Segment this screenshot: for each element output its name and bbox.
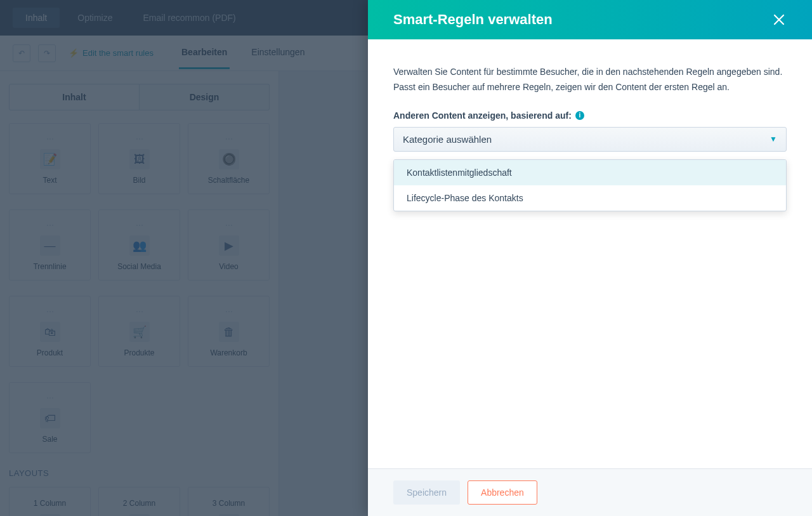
option-lifecycle-phase[interactable]: Lifecycle-Phase des Kontakts: [394, 185, 786, 211]
category-select[interactable]: Kategorie auswählen ▼: [393, 127, 787, 152]
save-button[interactable]: Speichern: [393, 480, 460, 505]
panel-footer: Speichern Abbrechen: [368, 468, 812, 516]
close-button[interactable]: [771, 12, 787, 27]
panel-header: Smart-Regeln verwalten: [368, 0, 812, 39]
panel-title: Smart-Regeln verwalten: [393, 11, 553, 28]
help-icon[interactable]: i: [575, 111, 584, 120]
caret-down-icon: ▼: [769, 135, 777, 143]
cancel-button[interactable]: Abbrechen: [468, 480, 537, 505]
category-dropdown: Kontaktlistenmitgliedschaft Lifecycle-Ph…: [393, 159, 787, 211]
panel-body: Verwalten Sie Content für bestimmte Besu…: [368, 39, 812, 468]
close-icon: [773, 14, 785, 25]
option-contact-list-membership[interactable]: Kontaktlistenmitgliedschaft: [394, 160, 786, 185]
smart-rules-panel: Smart-Regeln verwalten Verwalten Sie Con…: [368, 0, 812, 516]
category-field-label: Anderen Content anzeigen, basierend auf:…: [393, 110, 787, 121]
panel-intro-text: Verwalten Sie Content für bestimmte Besu…: [393, 65, 787, 95]
select-placeholder: Kategorie auswählen: [403, 134, 492, 145]
